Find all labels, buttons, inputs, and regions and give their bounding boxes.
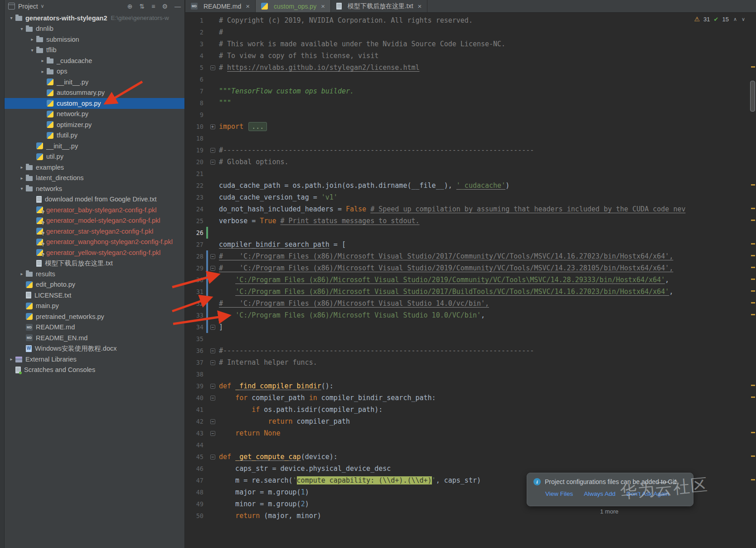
line-number[interactable]: 28 xyxy=(185,250,206,262)
chevron-collapsed-icon[interactable]: ▸ xyxy=(39,58,47,63)
line-number[interactable]: 30 xyxy=(185,274,206,286)
code-line[interactable]: 43− return None xyxy=(185,427,750,439)
line-number[interactable]: 38 xyxy=(185,368,206,380)
chevron-collapsed-icon[interactable]: ▸ xyxy=(18,165,26,170)
code-line[interactable]: 44 xyxy=(185,439,750,451)
code-line[interactable]: 30 'C:/Program Files (x86)/Microsoft Vis… xyxy=(185,274,750,286)
tree-item[interactable]: edit_photo.py xyxy=(5,279,184,290)
code-line[interactable]: 32# 'C:/Program Files (x86)/Microsoft Vi… xyxy=(185,298,750,309)
editor-tab[interactable]: README.md× xyxy=(185,0,256,12)
code-line[interactable]: 2# xyxy=(185,26,750,38)
code-line[interactable]: 26 xyxy=(185,227,750,239)
code-line[interactable]: 8""" xyxy=(185,97,750,109)
code-line[interactable]: 3# This work is made available under the… xyxy=(185,38,750,50)
close-icon[interactable]: × xyxy=(321,2,325,10)
line-number[interactable]: 44 xyxy=(185,439,206,451)
tree-item[interactable]: util.py xyxy=(5,152,184,162)
tree-item[interactable]: pretrained_networks.py xyxy=(5,311,184,322)
code-line[interactable]: 1# Copyright (c) 2019, NVIDIA Corporatio… xyxy=(185,15,750,26)
tree-item[interactable]: Windows安装使用教程.docx xyxy=(5,343,184,354)
line-number[interactable]: 39 xyxy=(185,380,206,392)
tree-item[interactable]: generator_baby-stylegan2-config-f.pkl xyxy=(5,205,184,215)
line-number[interactable]: 20 xyxy=(185,156,206,168)
tree-item[interactable]: generator_yellow-stylegan2-config-f.pkl xyxy=(5,247,184,258)
dont-ask-again-link[interactable]: Don't Ask Again xyxy=(626,490,669,497)
line-number[interactable]: 47 xyxy=(185,475,206,486)
line-number[interactable]: 43 xyxy=(185,427,206,439)
expand-all-button[interactable]: ⇅ xyxy=(140,3,145,10)
code-line[interactable]: 50 return (major, minor) xyxy=(185,510,750,522)
fold-icon[interactable]: − xyxy=(210,384,215,389)
line-number[interactable]: 25 xyxy=(185,215,206,227)
line-number[interactable]: 32 xyxy=(185,298,206,309)
code-line[interactable]: 41 if os.path.isdir(compiler_path): xyxy=(185,404,750,416)
next-warning-icon[interactable]: ∨ xyxy=(741,16,745,22)
close-icon[interactable]: × xyxy=(418,2,422,10)
chevron-expanded-icon[interactable]: ▾ xyxy=(18,186,26,191)
code-line[interactable]: 39−def _find_compiler_bindir(): xyxy=(185,380,750,392)
inspections-widget[interactable]: ⚠ 31 ✔ 15 ∧ ∨ xyxy=(694,15,745,23)
tree-item[interactable]: optimizer.py xyxy=(5,119,184,130)
code-line[interactable]: 45−def _get_compute_cap(device): xyxy=(185,451,750,463)
code-line[interactable]: 10+import ... xyxy=(185,121,750,132)
line-number[interactable]: 18 xyxy=(185,132,206,144)
tree-item[interactable]: ▸submission xyxy=(5,34,184,45)
chevron-down-icon[interactable]: ∨ xyxy=(41,3,44,9)
code-line[interactable]: 18 xyxy=(185,132,750,144)
code-line[interactable]: 4# To view a copy of this license, visit xyxy=(185,50,750,62)
tree-item[interactable]: ▾generators-with-stylegan2E:\gitee\gener… xyxy=(5,13,184,24)
line-number[interactable]: 4 xyxy=(185,50,206,62)
hide-panel-button[interactable]: — xyxy=(174,3,181,10)
chevron-expanded-icon[interactable]: ▾ xyxy=(7,15,15,20)
line-number[interactable]: 41 xyxy=(185,404,206,416)
code-line[interactable]: 31 'C:/Program Files (x86)/Microsoft Vis… xyxy=(185,286,750,298)
line-number[interactable]: 50 xyxy=(185,510,206,522)
line-number[interactable]: 24 xyxy=(185,203,206,215)
code-line[interactable]: 36−#------------------------------------… xyxy=(185,345,750,357)
editor[interactable]: 1# Copyright (c) 2019, NVIDIA Corporatio… xyxy=(185,13,756,548)
tree-item[interactable]: ▸latent_directions xyxy=(5,173,184,184)
line-number[interactable]: 8 xyxy=(185,97,206,109)
code-line[interactable]: 20−# Global options. xyxy=(185,156,750,168)
tree-item[interactable]: ▸examples xyxy=(5,162,184,173)
code-line[interactable]: 28−# 'C:/Program Files (x86)/Microsoft V… xyxy=(185,250,750,262)
line-number[interactable]: 6 xyxy=(185,73,206,85)
tree-item[interactable]: ▸External Libraries xyxy=(5,354,184,365)
fold-icon[interactable]: − xyxy=(210,419,215,424)
tree-item[interactable]: README_EN.md xyxy=(5,333,184,343)
chevron-expanded-icon[interactable]: ▾ xyxy=(18,26,26,31)
fold-icon[interactable]: − xyxy=(210,325,215,330)
fold-icon[interactable]: − xyxy=(210,65,215,70)
tree-item[interactable]: ▾dnnlib xyxy=(5,24,184,34)
line-number[interactable]: 3 xyxy=(185,38,206,50)
chevron-collapsed-icon[interactable]: ▸ xyxy=(7,357,15,362)
line-number[interactable]: 37 xyxy=(185,357,206,368)
code-line[interactable]: 7"""TensorFlow custom ops builder. xyxy=(185,85,750,97)
line-number[interactable]: 5 xyxy=(185,62,206,73)
more-notifications-label[interactable]: 1 more xyxy=(600,508,618,515)
fold-icon[interactable]: − xyxy=(210,348,215,353)
editor-tab[interactable]: custom_ops.py× xyxy=(256,0,331,12)
tree-item[interactable]: ▸_cudacache xyxy=(5,55,184,66)
code-line[interactable]: 37−# Internal helper funcs. xyxy=(185,357,750,368)
close-icon[interactable]: × xyxy=(246,2,250,10)
line-number[interactable]: 48 xyxy=(185,486,206,498)
code-line[interactable]: 40− for compiler_path in compiler_bindir… xyxy=(185,392,750,404)
line-number[interactable]: 29 xyxy=(185,262,206,274)
tree-item[interactable]: Scratches and Consoles xyxy=(5,365,184,376)
line-number[interactable]: 19 xyxy=(185,144,206,156)
line-number[interactable]: 10 xyxy=(185,121,206,132)
fold-icon[interactable]: − xyxy=(210,360,215,365)
chevron-collapsed-icon[interactable]: ▸ xyxy=(28,37,36,42)
tree-item[interactable]: ▸results xyxy=(5,269,184,279)
code-line[interactable]: 38 xyxy=(185,368,750,380)
project-panel-title[interactable]: Project xyxy=(18,3,38,10)
unfold-icon[interactable]: + xyxy=(210,124,215,129)
tree-item[interactable]: generator_model-stylegan2-config-f.pkl xyxy=(5,215,184,226)
view-files-link[interactable]: View Files xyxy=(545,490,573,497)
line-number[interactable]: 45 xyxy=(185,451,206,463)
line-number[interactable]: 27 xyxy=(185,239,206,250)
tree-item[interactable]: 模型下载后放在这里.txt xyxy=(5,258,184,269)
tree-item[interactable]: README.md xyxy=(5,322,184,333)
editor-scrollbar[interactable] xyxy=(750,13,756,548)
